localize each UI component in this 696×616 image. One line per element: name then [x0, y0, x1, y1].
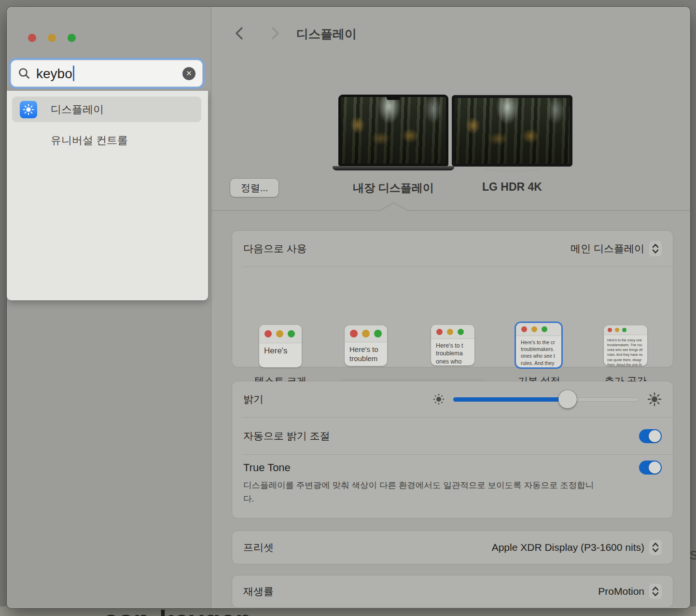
external-display-screen: [452, 95, 572, 167]
use-as-card: 다음으로 사용 메인 디스플레이: [232, 231, 673, 367]
mini-minimize-icon: [276, 330, 283, 337]
mini-close-icon: [436, 329, 443, 335]
true-tone-label: True Tone: [243, 462, 291, 474]
external-display-thumbnail[interactable]: [452, 95, 572, 172]
sidebar: keybo ✕ 디스플레이: [7, 7, 211, 608]
arrange-button[interactable]: 정렬...: [230, 179, 278, 197]
true-tone-toggle[interactable]: [639, 461, 662, 475]
mini-titlebar: [259, 325, 302, 343]
chevron-up-down-icon[interactable]: [649, 241, 662, 256]
search-result-label: 유니버설 컨트롤: [51, 133, 128, 148]
preset-card: 프리셋 Apple XDR Display (P3-1600 nits): [232, 531, 673, 564]
preview-text: Here's: [259, 343, 302, 356]
scaling-connector-line: [341, 379, 485, 380]
true-tone-row: True Tone 디스플레이를 주변광에 맞춰 색상이 다른 환경에서도 일관…: [232, 455, 673, 505]
mini-minimize-icon: [362, 330, 370, 337]
scaling-option-larger-text[interactable]: Here's: [259, 325, 302, 367]
toggle-knob: [649, 462, 661, 474]
mini-close-icon: [521, 326, 527, 332]
minimize-button[interactable]: [48, 34, 56, 42]
preview-text: Here's to the crazy one troublemakers. T…: [604, 335, 647, 366]
mini-zoom-icon: [458, 329, 464, 335]
mini-titlebar: [345, 325, 387, 342]
sun-dim-icon: [432, 393, 445, 406]
builtin-display-name: 내장 디스플레이: [331, 181, 456, 196]
display-settings-pane: 디스플레이 내장 디스플레이 LG HDR 4K 정렬... 다음으로 사용: [211, 7, 690, 608]
search-input-value: keybo: [36, 66, 182, 82]
refresh-rate-card: 재생률 ProMotion: [232, 575, 673, 607]
true-tone-description: 디스플레이를 주변광에 맞춰 색상이 다른 환경에서도 일관적으로 보이도록 자…: [243, 478, 600, 505]
use-as-label: 다음으로 사용: [243, 242, 307, 255]
preset-value[interactable]: Apple XDR Display (P3-1600 nits): [492, 540, 662, 555]
refresh-rate-row: 재생률 ProMotion: [232, 575, 673, 607]
preview-text: Here's to the cr troublemakers. ones who…: [516, 336, 561, 366]
brightness-card: 밝기: [232, 381, 673, 518]
forward-button[interactable]: [267, 26, 282, 41]
scaling-option-default[interactable]: Here's to the cr troublemakers. ones who…: [516, 323, 561, 367]
desktop: { "colors": { "accent_blue": "#1263c2", …: [0, 0, 696, 616]
use-as-row: 다음으로 사용 메인 디스플레이: [232, 231, 673, 266]
preset-label: 프리셋: [243, 541, 274, 554]
brightness-label: 밝기: [243, 392, 264, 406]
traffic-lights: [28, 34, 76, 42]
auto-brightness-row: 자동으로 밝기 조절: [232, 418, 673, 454]
slider-fill: [453, 397, 568, 402]
auto-brightness-label: 자동으로 밝기 조절: [243, 429, 330, 443]
forest-wallpaper: [341, 97, 446, 164]
mini-minimize-icon: [447, 329, 453, 335]
forest-wallpaper: [455, 98, 570, 164]
section-divider: [211, 210, 690, 211]
mini-zoom-icon: [374, 330, 382, 337]
laptop-base: [333, 166, 454, 170]
mini-zoom-icon: [288, 330, 295, 337]
brightness-row: 밝기: [232, 381, 673, 417]
mini-titlebar: [516, 323, 561, 336]
chevron-up-down-icon[interactable]: [649, 584, 662, 599]
builtin-display-screen: [338, 95, 448, 166]
preset-row: 프리셋 Apple XDR Display (P3-1600 nits): [232, 531, 673, 564]
mini-titlebar: [604, 325, 647, 335]
search-result-universal-control[interactable]: 유니버설 컨트롤: [12, 127, 201, 153]
preview-text: Here's to t troublema ones who: [431, 339, 474, 365]
toggle-knob: [649, 430, 661, 442]
scaling-option-more-space[interactable]: Here's to the crazy one troublemakers. T…: [604, 325, 647, 366]
search-result-display[interactable]: 디스플레이: [12, 97, 201, 122]
builtin-display-thumbnail[interactable]: [338, 95, 448, 170]
mini-minimize-icon: [531, 326, 537, 332]
scaling-option-2[interactable]: Here's to troublem: [345, 325, 387, 366]
refresh-rate-value[interactable]: ProMotion: [598, 584, 662, 599]
scaling-option-3[interactable]: Here's to t troublema ones who: [431, 325, 474, 365]
brightness-slider: [432, 392, 662, 406]
search-input[interactable]: keybo ✕: [11, 60, 203, 87]
external-display-name: LG HDR 4K: [449, 181, 575, 194]
mini-close-icon: [608, 328, 612, 332]
mini-minimize-icon: [615, 328, 619, 332]
laptop-notch: [387, 97, 400, 100]
selected-display-caret: [379, 202, 408, 211]
auto-brightness-toggle[interactable]: [639, 429, 662, 443]
search-results-popover: 디스플레이 유니버설 컨트롤: [7, 91, 208, 300]
chevron-up-down-icon[interactable]: [649, 540, 662, 555]
zoom-button[interactable]: [68, 34, 76, 42]
mini-zoom-icon: [622, 328, 626, 332]
preview-text: Here's to troublem: [345, 342, 387, 364]
mini-titlebar: [431, 325, 474, 339]
use-as-value[interactable]: 메인 디스플레이: [571, 241, 662, 256]
mini-close-icon: [350, 330, 358, 337]
mini-close-icon: [264, 330, 272, 337]
system-settings-window: keybo ✕ 디스플레이: [7, 7, 690, 608]
refresh-rate-label: 재생률: [243, 585, 274, 598]
clear-search-button[interactable]: ✕: [182, 67, 195, 80]
magnifier-icon: [18, 67, 30, 80]
sun-bright-icon: [647, 392, 662, 406]
background-partial-text-right: s: [690, 545, 696, 563]
page-title: 디스플레이: [296, 26, 357, 42]
close-button[interactable]: [28, 34, 36, 42]
search-result-label: 디스플레이: [51, 102, 104, 117]
slider-thumb[interactable]: [558, 390, 577, 408]
display-brightness-icon: [20, 101, 37, 118]
back-button[interactable]: [233, 26, 247, 41]
mini-zoom-icon: [542, 326, 547, 332]
slider-track[interactable]: [453, 397, 639, 402]
scaling-options: Here's Here's to troublem: [232, 267, 673, 366]
